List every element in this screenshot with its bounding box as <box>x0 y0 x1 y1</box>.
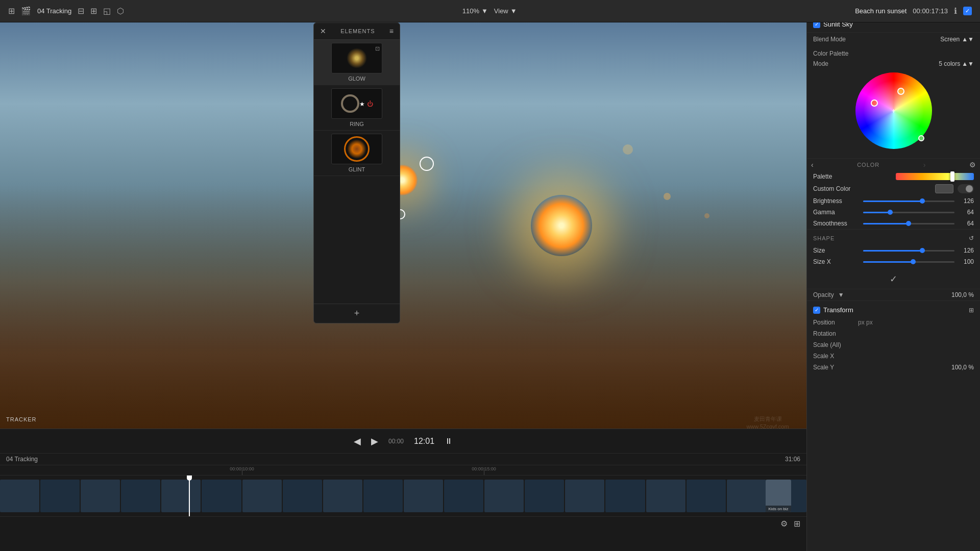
size-x-thumb[interactable] <box>911 259 916 264</box>
position-placeholder: px px <box>858 319 873 326</box>
close-icon[interactable]: ✕ <box>320 27 326 35</box>
pause-button[interactable]: ⏸ <box>445 437 453 446</box>
add-element-button[interactable]: + <box>314 304 400 323</box>
shape-section: SHAPE ↺ Size 126 Size X 100 <box>807 229 980 269</box>
kids-on-biz-clip[interactable]: Kids on biz <box>766 480 791 512</box>
opacity-label: Opacity <box>813 291 834 298</box>
blend-mode-select[interactable]: Screen ▲▼ <box>940 36 974 43</box>
info-icon[interactable]: ℹ <box>954 6 957 16</box>
gamma-slider[interactable] <box>863 212 954 213</box>
shape-section-header: SHAPE ↺ <box>807 232 980 245</box>
palette-gradient[interactable] <box>896 173 974 180</box>
checkbox-blue-icon[interactable]: ✓ <box>963 7 972 15</box>
checkmark-icon[interactable]: ✓ <box>890 273 897 285</box>
elements-header: ✕ ELEMENTS ≡ <box>314 23 400 40</box>
zoom-control[interactable]: 110% ▼ <box>462 7 488 15</box>
rewind-button[interactable]: ◀ <box>354 436 361 447</box>
filmstrip-frame <box>565 480 604 512</box>
timeline-bottom-controls: ⚙ ⊞ <box>0 516 806 531</box>
color-wheel[interactable]: + <box>855 72 932 149</box>
brightness-thumb[interactable] <box>920 198 925 204</box>
scale-y-row: Scale Y 100,0 % <box>807 362 980 373</box>
size-label: Size <box>813 247 859 254</box>
filmstrip-frame <box>0 480 39 512</box>
gamma-thumb[interactable] <box>888 210 893 215</box>
blend-mode-row: Blend Mode Screen ▲▼ <box>807 33 980 46</box>
timeline-settings-icon[interactable]: ⚙ <box>780 519 788 529</box>
nav-right-arrow[interactable]: › <box>923 161 926 169</box>
size-value: 126 <box>959 247 974 254</box>
view-control[interactable]: View ▼ <box>494 7 517 15</box>
color-palette-label: Color Palette <box>813 50 848 57</box>
transform-expand[interactable]: ⊞ <box>969 307 974 314</box>
filmstrip-frame <box>81 480 120 512</box>
scale-x-row: Scale X <box>807 350 980 362</box>
mode-arrow: ▲▼ <box>962 60 974 67</box>
video-background: TRACKER <box>0 22 806 429</box>
grid-icon[interactable]: ⊞ <box>8 6 15 16</box>
list-item-glow[interactable]: ⊡ GLOW <box>314 40 400 85</box>
filmstrip-frame <box>525 480 564 512</box>
elements-title: ELEMENTS <box>340 28 375 34</box>
toolbar-icon-1[interactable]: ⊟ <box>78 6 84 16</box>
view-arrow: ▼ <box>510 7 517 15</box>
nav-left-arrow[interactable]: ‹ <box>811 161 814 169</box>
gamma-label: Gamma <box>813 209 859 216</box>
play-button[interactable]: ▶ <box>371 436 378 447</box>
smoothness-slider[interactable] <box>863 223 954 224</box>
power-icon[interactable]: ⏻ <box>367 101 373 108</box>
elements-panel: ✕ ELEMENTS ≡ ⊡ GLOW ★ ⏻ RING <box>313 22 400 323</box>
list-item-glint[interactable]: GLINT <box>314 131 400 176</box>
playhead[interactable] <box>189 475 190 516</box>
custom-color-row: Custom Color <box>807 182 980 195</box>
toolbar-icon-4[interactable]: ⬡ <box>117 6 124 16</box>
topbar-right: Beach run sunset 00:00:17:13 ℹ ✓ <box>855 6 972 16</box>
size-x-slider[interactable] <box>863 261 954 263</box>
ring-label: RING <box>350 121 364 127</box>
color-palette-row: Color Palette <box>813 50 974 57</box>
shape-reset-icon[interactable]: ↺ <box>969 235 974 242</box>
gamma-fill <box>863 212 891 213</box>
filmstrip-frame <box>283 480 322 512</box>
color-dot-green[interactable] <box>918 135 924 141</box>
color-dot-red[interactable] <box>871 99 878 107</box>
video-area: TRACKER <box>0 22 806 429</box>
current-time-display: 12:01 <box>414 437 434 446</box>
timeline-track[interactable]: Kids on biz <box>0 475 806 516</box>
transform-checkbox: ✓ <box>813 307 820 314</box>
timeline-track-header: 04 Tracking 31:06 <box>0 454 806 465</box>
palette-thumb[interactable] <box>950 171 954 182</box>
scale-all-label: Scale (All) <box>813 341 854 348</box>
tracker-label: TRACKER <box>6 416 37 422</box>
list-item-ring[interactable]: ★ ⏻ RING <box>314 85 400 131</box>
transform-toggle[interactable]: ✓ Transform <box>813 306 853 314</box>
start-time: 00:00 <box>388 438 404 445</box>
toolbar-icon-2[interactable]: ⊞ <box>90 6 97 16</box>
position-row: Position px px <box>807 317 980 328</box>
smoothness-row: Smoothness 64 <box>807 218 980 229</box>
palette-row: Palette <box>807 171 980 182</box>
gear-icon[interactable]: ⚙ <box>969 161 976 169</box>
palette-label: Palette <box>813 173 892 180</box>
smoothness-thumb[interactable] <box>906 221 911 226</box>
toolbar-icon-3[interactable]: ◱ <box>103 6 111 16</box>
size-thumb[interactable] <box>920 248 925 253</box>
film-icon[interactable]: 🎬 <box>21 6 31 16</box>
size-fill <box>863 250 923 252</box>
mode-select[interactable]: 5 colors ▲▼ <box>939 60 974 67</box>
timeline-view-icon[interactable]: ⊞ <box>794 519 800 529</box>
filmstrip-frame <box>444 480 483 512</box>
copy-icon[interactable]: ⊡ <box>375 45 380 52</box>
custom-color-swatch[interactable] <box>935 184 953 193</box>
opacity-dropdown[interactable]: ▼ <box>838 291 844 298</box>
brightness-slider[interactable] <box>863 201 954 202</box>
color-dot-orange[interactable] <box>897 88 904 95</box>
menu-icon[interactable]: ≡ <box>389 27 394 35</box>
filmstrip-frame <box>363 480 403 512</box>
custom-color-toggle[interactable] <box>958 184 974 193</box>
glint-visual <box>344 136 370 162</box>
size-slider[interactable] <box>863 250 954 252</box>
star-icon[interactable]: ★ <box>359 101 365 108</box>
ring-preview-container: ★ ⏻ <box>331 88 382 119</box>
crosshair-icon: + <box>891 107 895 115</box>
